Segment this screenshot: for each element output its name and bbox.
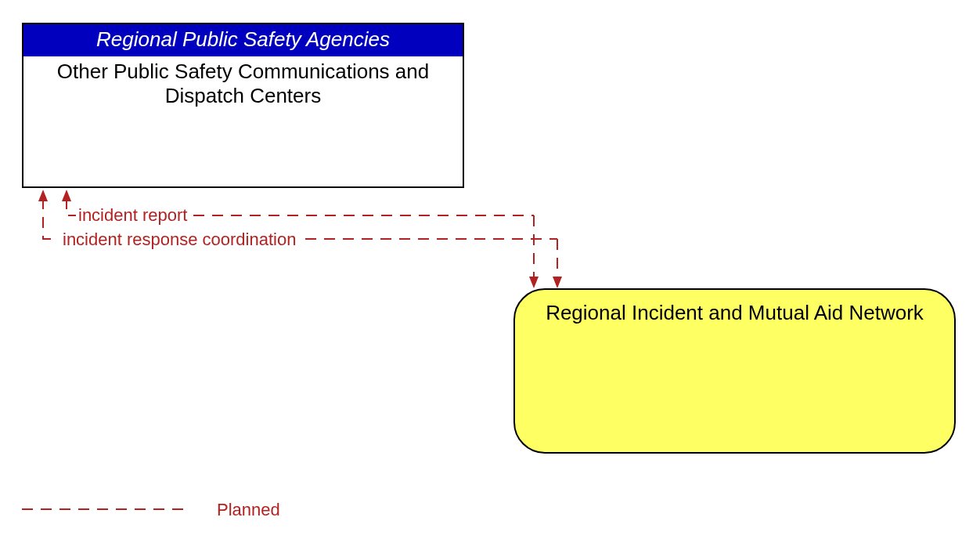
agency-title: Other Public Safety Communications and D… (23, 56, 463, 111)
legend-planned-label: Planned (217, 500, 280, 520)
flow-label-incident-report: incident report (78, 205, 187, 226)
network-entity-box: Regional Incident and Mutual Aid Network (513, 288, 956, 454)
flow-label-incident-response-coordination: incident response coordination (63, 230, 296, 250)
arrowhead-irc-up (38, 190, 48, 201)
arrowhead-incident-report-down (529, 277, 539, 288)
agency-entity-box: Regional Public Safety Agencies Other Pu… (22, 23, 464, 188)
arrowhead-irc-down (553, 277, 562, 288)
agency-header: Regional Public Safety Agencies (23, 24, 463, 56)
arrowhead-incident-report-up (62, 190, 71, 201)
flow-irc-left-stub (43, 198, 59, 239)
diagram-canvas: Regional Public Safety Agencies Other Pu… (0, 0, 980, 539)
network-title: Regional Incident and Mutual Aid Network (531, 301, 939, 325)
flow-incident-report-left-stub (67, 198, 76, 215)
